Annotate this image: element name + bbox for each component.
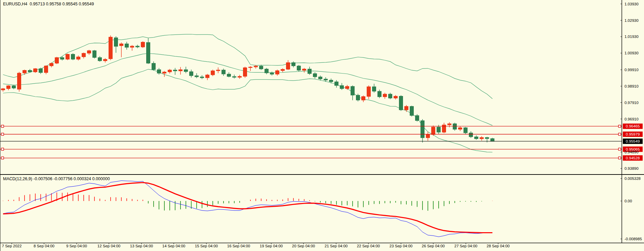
- chart-window: EURUSD,H4 0.95713 0.95758 0.95545 0.9554…: [0, 0, 644, 251]
- hline-left-handle[interactable]: [1, 133, 4, 136]
- candle-body: [464, 128, 468, 133]
- price-plot-area[interactable]: [0, 0, 622, 174]
- candle-body: [82, 53, 86, 57]
- price-badge-label: 0.96465: [626, 124, 640, 128]
- candle-body: [211, 71, 215, 75]
- time-axis-label: 28 Sep 04:00: [487, 244, 510, 248]
- candle-body: [200, 77, 204, 78]
- candle-body: [351, 86, 355, 95]
- hline-right-handle[interactable]: [618, 148, 621, 150]
- hline-right-handle[interactable]: [618, 133, 621, 136]
- price-axis-label: 1.03930: [625, 2, 639, 6]
- candle-body: [190, 71, 193, 76]
- candle-body: [206, 75, 209, 78]
- price-axis-label: 0.98910: [625, 84, 639, 88]
- time-axis-label: 15 Sep 04:00: [195, 244, 218, 248]
- candle-body: [12, 86, 16, 88]
- candle-body: [394, 96, 398, 98]
- candle-body: [340, 86, 344, 89]
- candle-body: [152, 63, 156, 70]
- candle-body: [372, 87, 376, 91]
- price-axis-label: 0.96910: [625, 117, 639, 121]
- macd-indicator-label: MACD(12,26,9) -0.007506 -0.007756 0.0003…: [3, 177, 110, 181]
- candle-body: [469, 133, 473, 137]
- candle-body: [270, 73, 274, 74]
- time-axis-label: 21 Sep 04:00: [325, 244, 348, 248]
- price-axis-label: 0.99910: [625, 68, 639, 72]
- candle-body: [281, 69, 285, 71]
- candle-body: [319, 77, 322, 79]
- hline-left-handle[interactable]: [1, 125, 4, 128]
- price-axis-label: 0.97910: [625, 101, 639, 105]
- candle-body: [114, 38, 118, 46]
- candle-body: [249, 67, 252, 68]
- candle-body: [17, 73, 21, 89]
- macd-axis-label: -0.008985: [625, 237, 642, 241]
- candle-body: [227, 74, 231, 77]
- candle-body: [44, 66, 48, 72]
- candle-body: [491, 139, 494, 141]
- candle-body: [324, 79, 328, 80]
- price-badge-label: 0.95979: [626, 132, 640, 136]
- candle-body: [61, 57, 64, 59]
- macd-plot-area[interactable]: [0, 174, 622, 243]
- candle-body: [179, 70, 183, 71]
- candle-body: [356, 95, 360, 100]
- candle-body: [276, 70, 279, 74]
- candle-body: [168, 70, 172, 72]
- time-axis-label: 7 Sep 2022: [2, 244, 22, 248]
- candle-body: [109, 37, 113, 59]
- candle-body: [87, 51, 91, 53]
- hline-right-handle[interactable]: [618, 125, 621, 128]
- macd-axis-label: 0.005328: [625, 177, 641, 181]
- candle-body: [405, 106, 408, 110]
- price-axis-label: 0.94890: [625, 150, 639, 154]
- time-axis-label: 20 Sep 04:00: [292, 244, 315, 248]
- candle-body: [265, 69, 269, 73]
- candle-body: [415, 115, 419, 120]
- hline-right-handle[interactable]: [618, 157, 621, 159]
- candle-body: [93, 51, 96, 58]
- candle-body: [222, 70, 226, 74]
- candle-body: [216, 70, 220, 71]
- candle-body: [1, 89, 5, 90]
- hline-left-handle[interactable]: [1, 148, 4, 150]
- candle-body: [378, 91, 381, 97]
- candle-body: [448, 124, 451, 125]
- hline-left-handle[interactable]: [1, 157, 4, 159]
- chart-title-ohlc: EURUSD,H4 0.95713 0.95758 0.95545 0.9554…: [3, 2, 94, 6]
- price-badge-label: 0.94528: [626, 156, 640, 160]
- candle-body: [147, 43, 150, 63]
- candle-body: [485, 138, 489, 139]
- candle-body: [136, 46, 139, 47]
- candle-body: [55, 57, 59, 63]
- candle-body: [292, 63, 295, 66]
- time-axis-label: 27 Sep 04:00: [454, 244, 477, 248]
- price-badge-label: 0.95549: [626, 139, 640, 143]
- candle-body: [442, 125, 446, 132]
- candle-body: [259, 66, 263, 69]
- candle-body: [39, 69, 43, 73]
- candle-body: [313, 73, 317, 77]
- candle-body: [7, 86, 10, 89]
- candle-body: [28, 70, 32, 72]
- candle-body: [437, 127, 441, 132]
- time-axis-label: 22 Sep 04:00: [357, 244, 380, 248]
- price-axis-label: 1.00930: [625, 51, 639, 55]
- chart-canvas[interactable]: 0.964650.959790.955490.950650.945281.039…: [0, 0, 644, 251]
- candle-body: [23, 70, 27, 73]
- time-axis-area[interactable]: [0, 243, 644, 251]
- candle-body: [120, 44, 123, 46]
- macd-axis-label: 0.00: [625, 199, 632, 203]
- candle-body: [254, 66, 258, 67]
- candle-body: [432, 127, 435, 135]
- candle-body: [173, 70, 177, 71]
- time-axis-label: 23 Sep 04:00: [390, 244, 412, 248]
- time-axis-label: 16 Sep 04:00: [227, 244, 250, 248]
- candle-body: [104, 59, 107, 61]
- candle-body: [303, 69, 306, 70]
- time-axis-label: 26 Sep 04:00: [422, 244, 445, 248]
- candle-body: [480, 138, 484, 139]
- price-axis-label: 0.93890: [625, 166, 639, 170]
- candle-body: [77, 57, 80, 59]
